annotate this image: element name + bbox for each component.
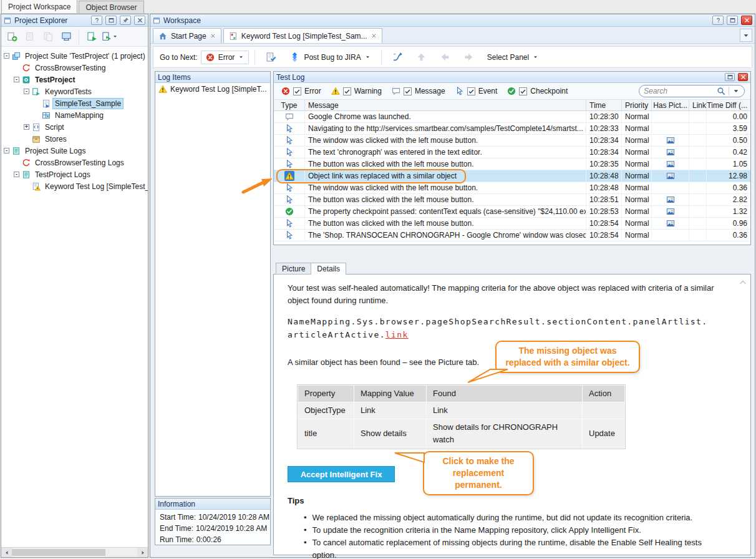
filter-event[interactable]: Event bbox=[455, 87, 498, 95]
tree-item-project-suite[interactable]: -Project Suite 'TestProject' (1 project) bbox=[1, 50, 148, 62]
column-header-link[interactable]: Link bbox=[689, 100, 707, 110]
run-project-button[interactable] bbox=[102, 29, 118, 44]
pin-button[interactable] bbox=[120, 16, 131, 25]
warning-checkbox[interactable] bbox=[343, 87, 351, 95]
maximize-button[interactable] bbox=[727, 16, 738, 25]
run-keyword-test-button[interactable] bbox=[84, 29, 100, 44]
log-row[interactable]: The text 'chronograph' was entered in th… bbox=[274, 147, 750, 158]
tab-start-page[interactable]: Start Page bbox=[153, 28, 221, 43]
event-icon bbox=[285, 219, 294, 228]
chevron-down-icon[interactable] bbox=[732, 87, 740, 95]
column-header-has-picture[interactable]: Has Pict... bbox=[652, 100, 689, 110]
scroll-right-button[interactable] bbox=[137, 548, 148, 557]
collapse-expander[interactable]: - bbox=[24, 89, 29, 94]
event-checkbox[interactable] bbox=[467, 87, 475, 95]
log-item-keyword-test-log[interactable]: Keyword Test Log [SimpleT... bbox=[155, 83, 270, 95]
tree-item-keyword-test-log[interactable]: Keyword Test Log [SimpleTest_S... bbox=[1, 180, 148, 192]
column-header-time-diff[interactable]: Time Diff (... bbox=[707, 100, 750, 110]
collapse-expander[interactable]: - bbox=[14, 77, 19, 82]
log-row[interactable]: The button was clicked with the left mou… bbox=[274, 194, 750, 206]
post-bug-to-jira-button[interactable]: Post Bug to JIRA bbox=[284, 49, 375, 65]
column-header-time[interactable]: Time bbox=[586, 100, 622, 110]
tree-item-keywordtests[interactable]: -KeywordTests bbox=[1, 85, 148, 97]
picture-icon[interactable] bbox=[666, 207, 675, 216]
picture-icon[interactable] bbox=[666, 148, 675, 157]
log-row-selected-warning[interactable]: Object link was replaced with a similar … bbox=[274, 170, 750, 182]
log-row[interactable]: The window was clicked with the left mou… bbox=[274, 182, 750, 194]
show-report-button[interactable] bbox=[261, 49, 281, 65]
maximize-button[interactable] bbox=[105, 16, 117, 25]
maximize-button[interactable] bbox=[725, 73, 735, 81]
go-up-button[interactable] bbox=[411, 49, 432, 65]
log-row[interactable]: The 'Shop. TRANSOCEAN CHRONOGRAPH - Goog… bbox=[274, 230, 750, 241]
picture-icon[interactable] bbox=[666, 160, 675, 168]
tree-item-script[interactable]: +Script bbox=[1, 121, 148, 133]
picture-icon[interactable] bbox=[666, 136, 675, 145]
add-new-item-button[interactable] bbox=[4, 29, 20, 44]
column-header-type[interactable]: Type bbox=[274, 100, 305, 110]
log-row[interactable]: The button was clicked with the left mou… bbox=[274, 218, 750, 230]
tree-item-testproject[interactable]: -TestProject bbox=[1, 74, 148, 85]
tab-project-workspace[interactable]: Project Workspace bbox=[1, 0, 77, 13]
go-forward-button[interactable] bbox=[458, 49, 479, 65]
collapse-expander[interactable]: - bbox=[4, 53, 9, 59]
scroll-up-hint-icon[interactable] bbox=[739, 278, 747, 291]
horizontal-scrollbar[interactable] bbox=[1, 547, 148, 557]
search-input[interactable] bbox=[644, 87, 714, 95]
tab-list-dropdown-button[interactable] bbox=[740, 29, 752, 42]
expand-expander[interactable]: + bbox=[24, 124, 29, 130]
tab-keyword-test-log[interactable]: Keyword Test Log [SimpleTest_Sam... bbox=[223, 28, 382, 43]
log-row[interactable]: Google Chrome was launched.10:28:30Norma… bbox=[274, 111, 750, 123]
tree-item-cbt-logs[interactable]: CrossBrowserTesting Logs bbox=[1, 157, 148, 168]
close-button[interactable] bbox=[134, 16, 145, 25]
scrollbar-thumb[interactable] bbox=[12, 549, 105, 556]
help-button[interactable] bbox=[712, 16, 724, 25]
close-tab-icon[interactable] bbox=[371, 32, 377, 41]
tree-item-simpletest-sample[interactable]: SimpleTest_Sample bbox=[1, 97, 148, 109]
tree-item-namemapping[interactable]: NameMapping bbox=[1, 109, 148, 121]
tab-picture[interactable]: Picture bbox=[276, 263, 311, 275]
close-tab-icon[interactable] bbox=[210, 32, 216, 41]
log-row[interactable]: The property checkpoint passed: contentT… bbox=[274, 206, 750, 218]
help-button[interactable] bbox=[91, 16, 102, 25]
details-pane: Your test was self-healed automatically!… bbox=[273, 274, 751, 555]
picture-icon[interactable] bbox=[666, 172, 675, 180]
column-header-priority[interactable]: Priority bbox=[622, 100, 652, 110]
go-back-button[interactable] bbox=[435, 49, 455, 65]
tree-item-testproject-logs[interactable]: -TestProject Logs bbox=[1, 168, 148, 180]
accept-intelligent-fix-button[interactable]: Accept Intelligent Fix bbox=[288, 466, 395, 482]
error-checkbox[interactable] bbox=[293, 87, 301, 95]
log-row[interactable]: The window was clicked with the left mou… bbox=[274, 135, 750, 147]
tab-details[interactable]: Details bbox=[311, 263, 346, 275]
scroll-left-button[interactable] bbox=[1, 548, 12, 557]
maximize-icon bbox=[729, 17, 736, 24]
tree-item-project-suite-logs[interactable]: -Project Suite Logs bbox=[1, 145, 148, 157]
collapse-expander[interactable]: - bbox=[4, 148, 9, 153]
tab-object-browser[interactable]: Object Browser bbox=[79, 1, 143, 13]
tree-item-stores[interactable]: Stores bbox=[1, 133, 148, 145]
tree-item-crossbrowsertesting[interactable]: CrossBrowserTesting bbox=[1, 62, 148, 74]
next-run-button[interactable] bbox=[387, 49, 408, 65]
filter-error[interactable]: Error bbox=[281, 87, 321, 95]
filter-checkpoint[interactable]: Checkpoint bbox=[507, 87, 568, 95]
search-icon[interactable] bbox=[717, 87, 725, 95]
collapse-expander[interactable]: - bbox=[14, 172, 19, 177]
checkpoint-checkbox[interactable] bbox=[519, 87, 527, 95]
organize-panels-button[interactable] bbox=[58, 29, 74, 44]
add-new-item-disabled-button[interactable] bbox=[22, 29, 38, 44]
column-header-message[interactable]: Message bbox=[305, 100, 586, 110]
cell-action[interactable]: Update bbox=[583, 419, 625, 449]
picture-icon[interactable] bbox=[666, 195, 675, 204]
filter-message[interactable]: Message bbox=[392, 87, 445, 95]
select-panel-dropdown[interactable]: Select Panel bbox=[482, 51, 543, 64]
picture-icon[interactable] bbox=[666, 219, 675, 228]
add-existing-item-button[interactable] bbox=[40, 29, 56, 44]
log-row[interactable]: The button was clicked with the left mou… bbox=[274, 158, 750, 170]
close-button[interactable] bbox=[741, 16, 752, 25]
go-to-next-error-dropdown[interactable]: Error bbox=[201, 51, 250, 64]
log-row[interactable]: Navigating to the http://services.smartb… bbox=[274, 123, 750, 135]
close-button[interactable] bbox=[738, 73, 748, 81]
filter-warning[interactable]: Warning bbox=[331, 87, 382, 95]
message-checkbox[interactable] bbox=[404, 87, 412, 95]
link-property-link[interactable]: link bbox=[385, 330, 409, 339]
